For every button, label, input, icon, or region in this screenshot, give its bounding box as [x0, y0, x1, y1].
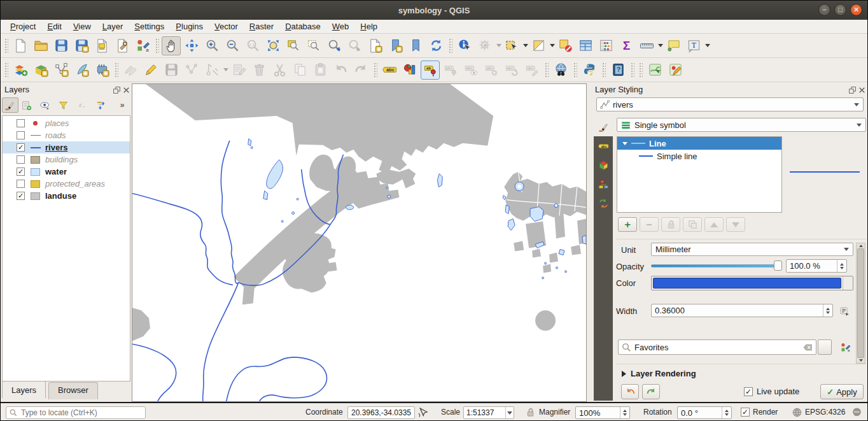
- scrollbar-thumb[interactable]: [857, 248, 864, 358]
- modify-attributes-button[interactable]: [229, 61, 248, 80]
- digitize-button[interactable]: [182, 61, 201, 80]
- opacity-slider-handle[interactable]: [774, 260, 782, 271]
- layer-rendering-section[interactable]: Layer Rendering: [622, 369, 696, 378]
- show-hide-labels-button[interactable]: [461, 61, 480, 80]
- new-map-view-button[interactable]: [365, 36, 384, 55]
- styling-scrollbar[interactable]: [856, 243, 865, 364]
- extents-pointer-button[interactable]: [417, 407, 428, 418]
- select-features-dropdown[interactable]: [523, 44, 528, 47]
- save-project-button[interactable]: [52, 36, 71, 55]
- select-by-value-dropdown[interactable]: [550, 44, 555, 47]
- menu-project[interactable]: Project: [4, 20, 41, 32]
- show-bookmarks-button[interactable]: [406, 36, 425, 55]
- show-layout-manager-button[interactable]: [113, 36, 132, 55]
- zoom-to-layer-button[interactable]: [284, 36, 303, 55]
- toolbar-handle[interactable]: [114, 62, 118, 78]
- toolbar-handle[interactable]: [601, 62, 606, 78]
- save-project-as-button[interactable]: [72, 36, 91, 55]
- advanced-digitizing-button[interactable]: [202, 61, 221, 80]
- render-checkbox[interactable]: ✓: [741, 408, 750, 417]
- zoom-next-button[interactable]: [345, 36, 364, 55]
- layer-item-protected-areas[interactable]: protected_areas: [3, 178, 130, 190]
- menu-layer[interactable]: Layer: [97, 20, 129, 32]
- toggle-editing-button[interactable]: [141, 61, 160, 80]
- collapse-arrow-icon[interactable]: [622, 371, 626, 377]
- data-defined-override-button[interactable]: [837, 304, 852, 318]
- live-update-control[interactable]: ✓ Live update: [744, 387, 799, 396]
- opacity-slider-track[interactable]: [651, 264, 778, 268]
- expand-collapse-all-button[interactable]: [93, 97, 109, 113]
- float-panel-icon[interactable]: [848, 86, 857, 94]
- open-layer-styling-button[interactable]: [2, 97, 18, 113]
- minimize-icon[interactable]: −: [818, 4, 830, 16]
- color-button[interactable]: [651, 276, 853, 290]
- metasearch-button[interactable]: [551, 61, 570, 80]
- lock-symbol-layer-button[interactable]: [661, 217, 680, 232]
- tab-diagrams[interactable]: [594, 175, 613, 194]
- lock-scale-button[interactable]: [525, 407, 536, 418]
- layer-item-landuse[interactable]: ✓ landuse: [3, 190, 130, 202]
- layer-checkbox[interactable]: ✓: [17, 192, 25, 200]
- manage-map-themes-button[interactable]: [34, 97, 55, 113]
- tree-expand-icon[interactable]: [622, 142, 627, 145]
- tab-labels[interactable]: [594, 136, 613, 155]
- new-spatialite-layer-button[interactable]: [72, 61, 91, 80]
- styling-redo-button[interactable]: [642, 384, 660, 399]
- new-project-button[interactable]: [11, 36, 30, 55]
- deselect-all-button[interactable]: [556, 36, 575, 55]
- layer-checkbox[interactable]: ✓: [17, 143, 25, 152]
- toolbar-handle[interactable]: [448, 38, 452, 54]
- measure-dropdown[interactable]: [658, 44, 663, 47]
- scale-dropdown[interactable]: [505, 407, 514, 418]
- layer-checkbox[interactable]: [17, 155, 25, 164]
- symbol-search-box[interactable]: Favorites: [618, 339, 816, 355]
- layer-labeling-button[interactable]: [380, 61, 399, 80]
- styling-undo-button[interactable]: [621, 384, 639, 399]
- panel-overflow-button[interactable]: »: [114, 97, 130, 113]
- rotation-input[interactable]: [678, 408, 722, 418]
- tab-layers[interactable]: Layers: [2, 381, 46, 398]
- toolbar-handle[interactable]: [573, 62, 577, 78]
- delete-selected-button[interactable]: [249, 61, 269, 80]
- opacity-spinbox[interactable]: [786, 259, 847, 273]
- highlight-pinned-labels-button[interactable]: [441, 61, 460, 80]
- tab-symbology[interactable]: [594, 117, 613, 136]
- field-calculator-button[interactable]: [596, 36, 615, 55]
- scale-combo[interactable]: [463, 406, 514, 419]
- apply-button[interactable]: ✓ Apply: [820, 384, 864, 399]
- redo-button[interactable]: [351, 61, 370, 80]
- messages-button[interactable]: [851, 407, 862, 418]
- add-symbol-layer-button[interactable]: ＋: [618, 217, 637, 232]
- digitizing-dropdown[interactable]: [223, 68, 228, 71]
- width-spinbox[interactable]: [651, 304, 833, 317]
- copy-features-button[interactable]: [290, 61, 309, 80]
- filter-legend-button[interactable]: [55, 97, 71, 113]
- toolbar-handle[interactable]: [4, 38, 8, 54]
- style-manager-shortcut-button[interactable]: [837, 339, 853, 355]
- toolbar-handle[interactable]: [155, 38, 159, 54]
- menu-help[interactable]: Help: [354, 20, 383, 32]
- symbol-tree-item-simple-line[interactable]: Simple line: [617, 150, 781, 162]
- layer-item-places[interactable]: places: [3, 117, 130, 129]
- refresh-button[interactable]: [426, 36, 445, 55]
- layer-checkbox[interactable]: ✓: [17, 168, 25, 176]
- toolbar-handle[interactable]: [544, 62, 549, 78]
- move-symbol-down-button[interactable]: [726, 217, 745, 232]
- zoom-native-button[interactable]: [243, 36, 262, 55]
- run-feature-action-button[interactable]: [475, 36, 494, 55]
- map-canvas[interactable]: [132, 83, 587, 402]
- styling-layer-selector[interactable]: rivers: [596, 97, 864, 111]
- measure-button[interactable]: [637, 36, 656, 55]
- scroll-down-icon[interactable]: [859, 359, 863, 362]
- duplicate-symbol-layer-button[interactable]: [683, 217, 702, 232]
- close-icon[interactable]: ✕: [850, 4, 862, 16]
- statistical-summary-button[interactable]: [617, 36, 636, 55]
- menu-plugins[interactable]: Plugins: [170, 20, 209, 32]
- change-label-button[interactable]: [522, 61, 542, 80]
- open-attribute-table-button[interactable]: [576, 36, 595, 55]
- layer-item-rivers[interactable]: ✓ rivers: [3, 141, 130, 153]
- style-manager-button[interactable]: [133, 36, 152, 55]
- zoom-in-button[interactable]: [202, 36, 221, 55]
- title-bar[interactable]: symbology - QGIS − □ ✕: [1, 1, 867, 20]
- symbol-type-selector[interactable]: Single symbol: [617, 118, 866, 132]
